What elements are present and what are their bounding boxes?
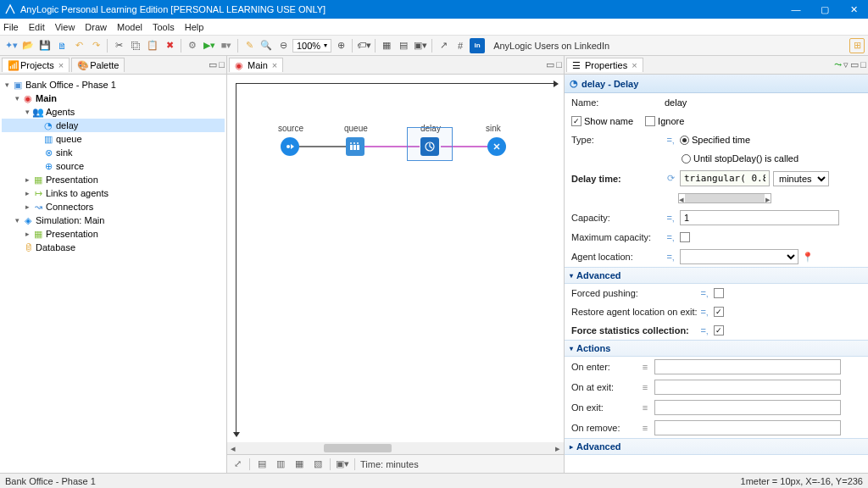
paste-icon[interactable]: 📋 (145, 38, 160, 53)
forced-pushing-checkbox[interactable] (714, 288, 724, 298)
link-editor-icon[interactable]: ⤳ (834, 59, 842, 70)
equals-icon[interactable]: =‚ (665, 135, 676, 145)
run-icon[interactable]: ▶▾ (202, 38, 217, 53)
maximize-button[interactable]: ▢ (810, 0, 839, 19)
tag-icon[interactable]: 🏷▾ (356, 38, 371, 53)
layer-icon[interactable]: ▣▾ (336, 458, 349, 471)
delay-block[interactable] (420, 137, 439, 156)
maximize-pane-icon[interactable]: □ (556, 59, 562, 70)
on-at-exit-input[interactable] (654, 380, 841, 395)
equals-icon[interactable]: =‚ (665, 213, 676, 223)
close-icon[interactable]: × (58, 60, 64, 70)
equals-icon[interactable]: =‚ (698, 288, 710, 298)
delete-icon[interactable]: ✖ (162, 38, 177, 53)
undo-icon[interactable]: ↶ (71, 38, 86, 53)
tree-item-source[interactable]: ⊕source (2, 159, 225, 173)
stop-icon[interactable]: ■▾ (219, 38, 234, 53)
close-icon[interactable]: × (272, 60, 277, 70)
max-capacity-checkbox[interactable] (680, 232, 690, 242)
dynamic-icon[interactable]: ⟳ (665, 173, 676, 184)
help-toggle-icon[interactable]: ⊞ (849, 38, 865, 53)
link-icon[interactable]: ↗ (436, 38, 451, 53)
save-all-icon[interactable]: 🗎 (54, 38, 70, 53)
menu-model[interactable]: Model (117, 22, 142, 32)
align-right-icon[interactable]: ▥ (274, 458, 287, 471)
type-specified-radio[interactable] (680, 136, 689, 145)
build-icon[interactable]: ⚙ (185, 38, 200, 53)
project-tree[interactable]: ▾▣Bank Office - Phase 1 ▾◉Main ▾👥Agents … (0, 75, 226, 473)
force-stats-checkbox[interactable]: ✓ (714, 325, 724, 336)
zoom-fit-icon[interactable]: ⤢ (231, 458, 244, 471)
code-icon[interactable]: ≡ (639, 423, 651, 433)
redo-icon[interactable]: ↷ (88, 38, 103, 53)
maximize-pane-icon[interactable]: □ (860, 59, 866, 70)
tree-item-sink[interactable]: ⊗sink (2, 146, 225, 159)
minimize-pane-icon[interactable]: ▭ (209, 59, 217, 70)
zoom-field[interactable]: 100%▾ (292, 39, 331, 53)
new-icon[interactable]: ✦▾ (3, 38, 19, 53)
maximize-pane-icon[interactable]: □ (219, 59, 225, 70)
code-icon[interactable]: ≡ (639, 402, 651, 413)
editor-tab-main[interactable]: ◉ Main × (229, 58, 283, 72)
on-enter-input[interactable] (654, 359, 841, 374)
linkedin-link[interactable]: AnyLogic Users on LinkedIn (493, 41, 609, 51)
save-icon[interactable]: 💾 (37, 38, 53, 53)
snap-icon[interactable]: ▤ (396, 38, 411, 53)
equals-icon[interactable]: =‚ (665, 232, 676, 242)
menu-edit[interactable]: Edit (29, 22, 45, 32)
close-icon[interactable]: × (632, 60, 637, 70)
menu-draw[interactable]: Draw (85, 22, 107, 32)
align-left-icon[interactable]: ▤ (255, 458, 269, 471)
show-name-checkbox[interactable]: ✓ (571, 116, 581, 126)
wand-icon[interactable]: ✎ (242, 38, 257, 53)
cut-icon[interactable]: ✂ (111, 38, 126, 53)
on-exit-input[interactable] (654, 400, 841, 415)
menu-help[interactable]: Help (185, 22, 204, 32)
section-actions[interactable]: ▾Actions (565, 340, 868, 357)
grid-icon[interactable]: ▦ (379, 38, 394, 53)
agent-location-select[interactable] (680, 249, 798, 264)
horizontal-scrollbar[interactable]: ◂ ▸ (227, 442, 564, 454)
menu-tools[interactable]: Tools (153, 22, 175, 32)
view-menu-icon[interactable]: ▿ (843, 59, 849, 70)
delay-time-input[interactable] (680, 170, 770, 186)
linkedin-icon[interactable]: in (470, 38, 485, 53)
section-advanced2[interactable]: ▸Advanced (565, 438, 868, 455)
menu-view[interactable]: View (55, 22, 75, 32)
minimize-pane-icon[interactable]: ▭ (546, 59, 554, 70)
tree-item-delay[interactable]: ◔delay (2, 119, 225, 132)
tab-properties[interactable]: ☰ Properties × (566, 58, 643, 72)
fence-icon[interactable]: # (453, 38, 468, 53)
align-icon[interactable]: ▣▾ (413, 38, 428, 53)
ignore-checkbox[interactable] (645, 116, 655, 126)
restore-location-checkbox[interactable]: ✓ (714, 307, 724, 317)
zoom-in-icon[interactable]: ⊕ (333, 38, 348, 53)
connector[interactable] (299, 146, 346, 147)
minimize-button[interactable]: — (782, 0, 810, 19)
pick-location-icon[interactable]: 📍 (802, 252, 814, 263)
align-top-icon[interactable]: ▦ (292, 458, 306, 471)
close-button[interactable]: ✕ (839, 0, 868, 19)
code-icon[interactable]: ≡ (639, 382, 651, 392)
tree-item-queue[interactable]: ▥queue (2, 132, 225, 146)
sink-block[interactable] (487, 137, 506, 156)
on-remove-input[interactable] (654, 420, 841, 435)
type-stopdelay-radio[interactable] (682, 154, 691, 164)
minimize-pane-icon[interactable]: ▭ (850, 59, 859, 70)
align-bottom-icon[interactable]: ▧ (311, 458, 325, 471)
tab-projects[interactable]: 📶 Projects × (2, 58, 70, 72)
zoom-out-icon[interactable]: ⊖ (275, 38, 291, 53)
equals-icon[interactable]: =‚ (698, 325, 710, 336)
queue-block[interactable] (346, 137, 364, 156)
source-block[interactable] (281, 137, 299, 156)
delay-time-units[interactable]: minutes (773, 171, 829, 186)
delay-time-scrollbar[interactable]: ◂▸ (678, 193, 771, 203)
equals-icon[interactable]: =‚ (698, 307, 710, 317)
model-canvas[interactable]: source queue delay sink (227, 75, 564, 442)
section-advanced[interactable]: ▾Advanced (565, 267, 868, 284)
capacity-input[interactable] (680, 210, 839, 225)
copy-icon[interactable]: ⿻ (128, 38, 143, 53)
open-icon[interactable]: 📂 (20, 38, 36, 53)
tab-palette[interactable]: 🎨 Palette (71, 58, 125, 72)
equals-icon[interactable]: =‚ (665, 252, 676, 262)
